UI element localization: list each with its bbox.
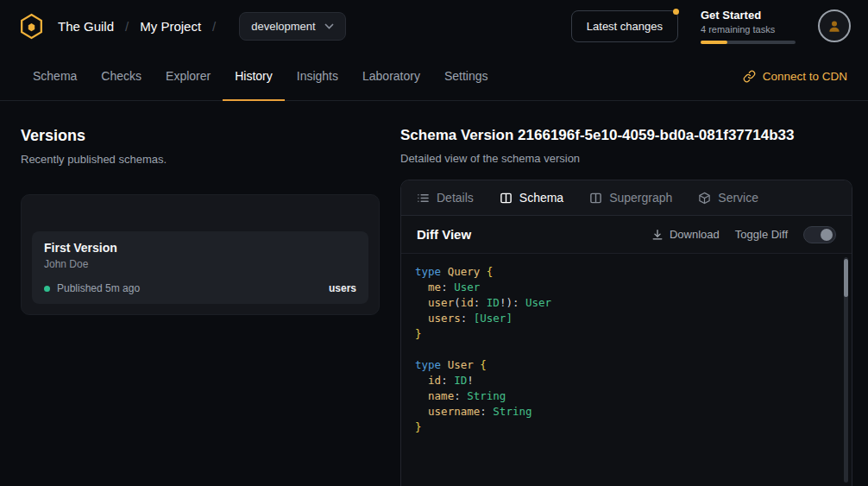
toggle-knob xyxy=(821,229,833,241)
nav-tab-schema[interactable]: Schema xyxy=(21,52,89,101)
get-started-widget[interactable]: Get Started 4 remaining tasks xyxy=(701,9,796,44)
code-line: users: [User] xyxy=(415,311,838,326)
user-avatar-icon xyxy=(827,18,842,34)
code-line: username: String xyxy=(415,404,838,420)
toggle-diff-switch[interactable] xyxy=(803,226,836,243)
get-started-subtitle: 4 remaining tasks xyxy=(701,24,796,35)
code-block: type Query { me: User user(id: ID!): Use… xyxy=(401,254,852,445)
tab-service-label: Service xyxy=(718,191,758,205)
nav-tab-settings[interactable]: Settings xyxy=(432,52,500,101)
tab-service[interactable]: Service xyxy=(698,191,758,205)
version-detail-tabs: Details Schema Sup xyxy=(401,180,852,216)
breadcrumb-org[interactable]: The Guild xyxy=(58,19,114,34)
user-menu-button[interactable] xyxy=(818,9,851,42)
nav-tab-checks[interactable]: Checks xyxy=(89,52,154,101)
version-list-item[interactable]: First Version John Doe Published 5m ago … xyxy=(32,231,368,304)
diff-toolbar: Diff View Download Toggle Diff xyxy=(401,216,852,254)
get-started-title: Get Started xyxy=(701,9,796,22)
download-label: Download xyxy=(670,228,720,241)
tab-schema-label: Schema xyxy=(519,191,563,205)
code-line: type User { xyxy=(415,357,838,373)
breadcrumb-separator: / xyxy=(125,19,129,34)
tab-supergraph[interactable]: Supergraph xyxy=(589,191,672,205)
tab-details[interactable]: Details xyxy=(417,191,474,205)
columns-icon xyxy=(589,192,602,205)
tab-supergraph-label: Supergraph xyxy=(609,191,672,205)
target-selector-value: development xyxy=(251,20,315,33)
versions-list-card: First Version John Doe Published 5m ago … xyxy=(21,194,380,315)
versions-title: Versions xyxy=(21,127,380,145)
code-scrollbar-thumb[interactable] xyxy=(844,259,848,297)
version-author: John Doe xyxy=(44,258,356,270)
version-name: First Version xyxy=(44,241,356,255)
nav-tab-laboratory[interactable]: Laboratory xyxy=(350,52,432,101)
code-line: id: ID! xyxy=(415,373,838,388)
version-detail-title: Schema Version 2166196f-5e10-4059-bd0a-0… xyxy=(400,127,852,144)
code-line: user(id: ID!): User xyxy=(415,295,838,311)
service-name: users xyxy=(329,282,356,294)
nav-tab-history[interactable]: History xyxy=(223,52,285,101)
toggle-diff-label: Toggle Diff xyxy=(735,228,788,241)
notification-dot xyxy=(673,9,679,15)
header-right-cluster: Latest changes Get Started 4 remaining t… xyxy=(571,9,851,44)
latest-changes-label: Latest changes xyxy=(587,20,663,33)
code-line: } xyxy=(415,420,838,435)
code-line xyxy=(415,342,838,357)
cube-icon xyxy=(698,192,711,205)
breadcrumb-project[interactable]: My Project xyxy=(140,19,201,34)
version-detail-panel: Schema Version 2166196f-5e10-4059-bd0a-0… xyxy=(400,101,868,486)
connect-to-cdn-label: Connect to CDN xyxy=(763,70,847,83)
diff-actions: Download Toggle Diff xyxy=(651,226,836,243)
tab-schema[interactable]: Schema xyxy=(500,191,563,205)
schema-panel: Details Schema Sup xyxy=(400,180,852,486)
columns-icon xyxy=(500,192,513,205)
latest-changes-button[interactable]: Latest changes xyxy=(571,10,678,42)
version-detail-subtitle: Detailed view of the schema version xyxy=(400,152,852,165)
top-header: The Guild / My Project / development Lat… xyxy=(0,0,868,52)
versions-subtitle: Recently published schemas. xyxy=(21,153,380,166)
nav-tab-insights[interactable]: Insights xyxy=(285,52,350,101)
breadcrumb-separator: / xyxy=(212,19,216,34)
tab-details-label: Details xyxy=(437,191,474,205)
nav-tab-explorer[interactable]: Explorer xyxy=(154,52,223,101)
link-icon xyxy=(743,70,756,83)
download-button[interactable]: Download xyxy=(651,228,720,241)
versions-panel: Versions Recently published schemas. Fir… xyxy=(0,101,400,486)
version-status-text: Published 5m ago xyxy=(57,282,140,294)
code-line: name: String xyxy=(415,388,838,404)
published-dot-icon xyxy=(44,286,50,292)
version-status-row: Published 5m ago users xyxy=(44,282,356,294)
content-area: Versions Recently published schemas. Fir… xyxy=(0,101,868,486)
code-line: type Query { xyxy=(415,264,838,280)
target-selector[interactable]: development xyxy=(239,12,345,41)
code-line: me: User xyxy=(415,280,838,295)
code-line: } xyxy=(415,326,838,342)
main-nav: Schema Checks Explorer History Insights … xyxy=(0,52,868,101)
hive-logo-icon[interactable] xyxy=(17,12,46,41)
connect-to-cdn-link[interactable]: Connect to CDN xyxy=(743,52,847,100)
schema-code-viewer: type Query { me: User user(id: ID!): Use… xyxy=(401,254,852,486)
diff-view-title: Diff View xyxy=(417,227,471,242)
get-started-progress-fill xyxy=(701,41,727,44)
download-icon xyxy=(651,229,664,241)
list-icon xyxy=(417,192,430,205)
get-started-progress-track xyxy=(701,41,796,44)
chevron-down-icon xyxy=(324,23,334,29)
